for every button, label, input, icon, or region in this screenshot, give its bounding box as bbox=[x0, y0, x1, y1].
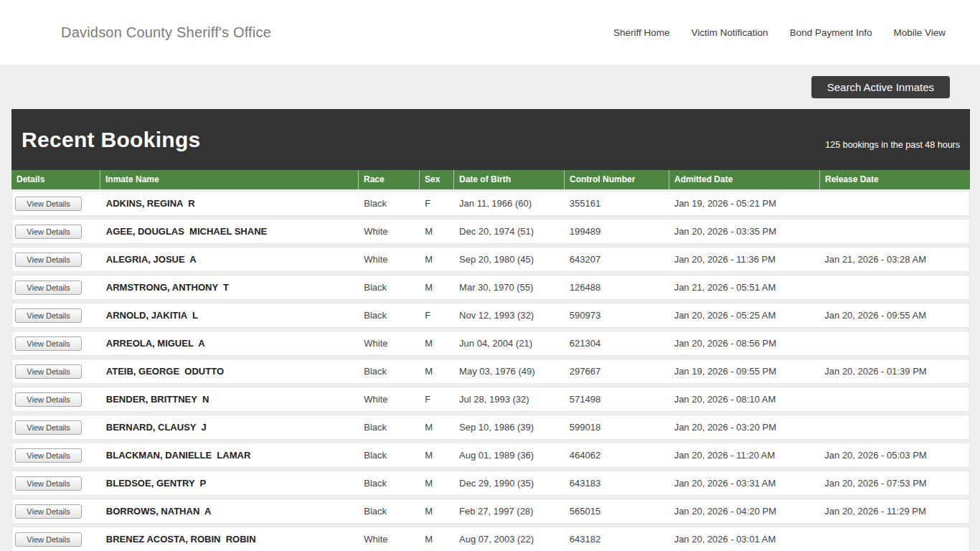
inmate-name: AGEE, DOUGLAS MICHAEL SHANE bbox=[101, 226, 359, 237]
nav-link-bond-payment-info[interactable]: Bond Payment Info bbox=[790, 27, 872, 38]
view-details-button[interactable]: View Details bbox=[15, 476, 82, 491]
view-details-button[interactable]: View Details bbox=[15, 420, 82, 435]
inmate-dob: Jan 11, 1966 (60) bbox=[454, 198, 565, 209]
inmate-race: White bbox=[359, 254, 420, 265]
nav-link-mobile-view[interactable]: Mobile View bbox=[893, 27, 946, 38]
admitted-date: Jan 20, 2026 - 03:20 PM bbox=[669, 422, 820, 433]
bookings-table: DetailsInmate NameRaceSexDate of BirthCo… bbox=[11, 170, 970, 551]
admitted-date: Jan 20, 2026 - 03:31 AM bbox=[669, 478, 820, 489]
view-details-button[interactable]: View Details bbox=[15, 309, 82, 323]
view-details-button[interactable]: View Details bbox=[15, 253, 82, 267]
details-cell: View Details bbox=[12, 504, 101, 519]
inmate-name: BORROWS, NATHAN A bbox=[101, 506, 359, 517]
inmate-sex: M bbox=[420, 450, 454, 461]
details-cell: View Details bbox=[12, 281, 101, 295]
view-details-button[interactable]: View Details bbox=[15, 364, 82, 379]
inmate-dob: Jul 28, 1993 (32) bbox=[454, 394, 565, 405]
table-row: View DetailsARREOLA, MIGUEL AWhiteMJun 0… bbox=[11, 331, 970, 356]
inmate-name: ADKINS, REGINA R bbox=[101, 198, 359, 209]
inmate-name: BENDER, BRITTNEY N bbox=[101, 394, 359, 405]
inmate-race: White bbox=[359, 534, 420, 545]
column-header-inmate-name: Inmate Name bbox=[100, 170, 359, 189]
release-date: Jan 20, 2026 - 05:03 PM bbox=[819, 450, 969, 461]
inmate-sex: M bbox=[420, 254, 454, 265]
bookings-count: 125 bookings in the past 48 hours bbox=[825, 140, 960, 150]
column-header-release-date: Release Date bbox=[820, 170, 970, 189]
inmate-name: BRENEZ ACOSTA, ROBIN ROBIN bbox=[101, 534, 359, 545]
inmate-name: ARREOLA, MIGUEL A bbox=[101, 338, 359, 349]
admitted-date: Jan 20, 2026 - 04:20 PM bbox=[669, 506, 820, 517]
inmate-race: Black bbox=[359, 506, 420, 517]
inmate-dob: Dec 20, 1974 (51) bbox=[454, 226, 565, 237]
inmate-race: White bbox=[359, 338, 420, 349]
release-date: Jan 20, 2026 - 07:53 PM bbox=[819, 478, 969, 489]
column-header-control-number: Control Number bbox=[565, 170, 669, 189]
details-cell: View Details bbox=[12, 392, 101, 407]
inmate-name: ARMSTRONG, ANTHONY T bbox=[101, 282, 359, 293]
bookings-header: Recent Bookings 125 bookings in the past… bbox=[11, 109, 970, 170]
inmate-sex: F bbox=[420, 394, 454, 405]
view-details-button[interactable]: View Details bbox=[15, 392, 82, 407]
nav-link-sheriff-home[interactable]: Sheriff Home bbox=[613, 27, 670, 38]
view-details-button[interactable]: View Details bbox=[15, 225, 82, 239]
control-number: 599018 bbox=[565, 422, 669, 433]
table-row: View DetailsAGEE, DOUGLAS MICHAEL SHANEW… bbox=[11, 219, 970, 244]
control-number: 621304 bbox=[565, 338, 669, 349]
inmate-race: Black bbox=[359, 198, 420, 209]
inmate-race: Black bbox=[359, 310, 420, 321]
inmate-dob: Jun 04, 2004 (21) bbox=[454, 338, 565, 349]
inmate-race: Black bbox=[359, 422, 420, 433]
view-details-button[interactable]: View Details bbox=[15, 281, 82, 295]
search-row: Search Active Inmates bbox=[0, 65, 980, 109]
inmate-sex: F bbox=[420, 310, 454, 321]
inmate-sex: M bbox=[420, 534, 454, 545]
table-row: View DetailsARNOLD, JAKITIA LBlackFNov 1… bbox=[11, 303, 970, 328]
table-row: View DetailsARMSTRONG, ANTHONY TBlackMMa… bbox=[11, 275, 970, 300]
inmate-name: ATEIB, GEORGE ODUTTO bbox=[101, 366, 359, 377]
details-cell: View Details bbox=[12, 420, 101, 435]
admitted-date: Jan 20, 2026 - 11:36 PM bbox=[669, 254, 820, 265]
view-details-button[interactable]: View Details bbox=[15, 448, 82, 463]
table-row: View DetailsBLEDSOE, GENTRY PBlackMDec 2… bbox=[11, 471, 970, 496]
inmate-name: ARNOLD, JAKITIA L bbox=[101, 310, 359, 321]
control-number: 643183 bbox=[565, 478, 669, 489]
inmate-dob: Sep 20, 1980 (45) bbox=[454, 254, 565, 265]
inmate-name: BLACKMAN, DANIELLE LAMAR bbox=[101, 450, 359, 461]
inmate-sex: M bbox=[420, 226, 454, 237]
search-active-inmates-button[interactable]: Search Active Inmates bbox=[811, 76, 950, 98]
inmate-sex: M bbox=[420, 282, 454, 293]
inmate-sex: M bbox=[420, 506, 454, 517]
view-details-button[interactable]: View Details bbox=[15, 336, 82, 351]
inmate-dob: Feb 27, 1997 (28) bbox=[454, 506, 565, 517]
inmate-race: Black bbox=[359, 478, 420, 489]
admitted-date: Jan 20, 2026 - 08:56 PM bbox=[669, 338, 820, 349]
recent-bookings-section: Recent Bookings 125 bookings in the past… bbox=[11, 109, 970, 551]
admitted-date: Jan 20, 2026 - 03:35 PM bbox=[669, 226, 820, 237]
control-number: 297667 bbox=[565, 366, 669, 377]
inmate-dob: May 03, 1976 (49) bbox=[454, 366, 565, 377]
column-header-admitted-date: Admitted Date bbox=[669, 170, 820, 189]
control-number: 643207 bbox=[565, 254, 669, 265]
view-details-button[interactable]: View Details bbox=[15, 504, 82, 519]
main-nav: Sheriff HomeVictim NotificationBond Paym… bbox=[613, 27, 946, 38]
inmate-sex: M bbox=[420, 366, 454, 377]
table-row: View DetailsBORROWS, NATHAN ABlackMFeb 2… bbox=[11, 499, 970, 524]
page-title: Recent Bookings bbox=[22, 128, 201, 152]
inmate-race: Black bbox=[359, 282, 420, 293]
table-row: View DetailsBENDER, BRITTNEY NWhiteFJul … bbox=[11, 387, 970, 412]
inmate-name: ALEGRIA, JOSUE A bbox=[101, 254, 359, 265]
inmate-race: Black bbox=[359, 366, 420, 377]
nav-link-victim-notification[interactable]: Victim Notification bbox=[692, 27, 768, 38]
view-details-button[interactable]: View Details bbox=[15, 197, 82, 211]
control-number: 565015 bbox=[565, 506, 669, 517]
control-number: 126488 bbox=[565, 282, 669, 293]
view-details-button[interactable]: View Details bbox=[15, 532, 82, 547]
table-row: View DetailsBERNARD, CLAUSY JBlackMSep 1… bbox=[11, 415, 970, 440]
top-header: Davidson County Sheriff's Office Sheriff… bbox=[0, 0, 980, 65]
details-cell: View Details bbox=[12, 532, 101, 547]
control-number: 590973 bbox=[565, 310, 669, 321]
column-header-details: Details bbox=[11, 170, 100, 189]
inmate-race: White bbox=[359, 226, 420, 237]
details-cell: View Details bbox=[12, 309, 101, 323]
admitted-date: Jan 19, 2026 - 09:55 PM bbox=[669, 366, 820, 377]
